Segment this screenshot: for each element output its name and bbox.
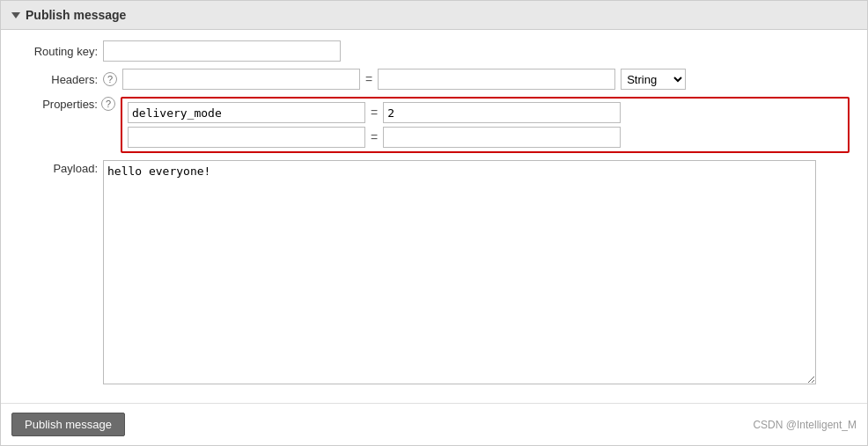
headers-equals: = xyxy=(365,72,372,86)
publish-message-button[interactable]: Publish message xyxy=(11,413,125,436)
headers-help-icon[interactable]: ? xyxy=(103,72,117,86)
headers-type-select[interactable]: String Number Boolean xyxy=(621,69,686,90)
properties-row-2: = xyxy=(128,127,842,148)
properties-help-icon[interactable]: ? xyxy=(101,97,115,111)
collapse-icon[interactable] xyxy=(11,12,20,18)
watermark: CSDN @Intelligent_M xyxy=(753,419,857,431)
publish-message-panel: Publish message Routing key: Headers: ? … xyxy=(0,0,868,446)
properties-row-1: = xyxy=(128,102,842,123)
routing-key-row: Routing key: xyxy=(18,40,850,62)
form-area: Routing key: Headers: ? = String Number … xyxy=(1,30,867,402)
panel-header: Publish message xyxy=(1,1,867,30)
headers-key-input[interactable] xyxy=(122,69,360,90)
routing-key-label: Routing key: xyxy=(18,45,98,58)
properties-value-1-input[interactable] xyxy=(383,102,621,123)
headers-label: Headers: xyxy=(18,73,98,86)
payload-textarea[interactable]: hello everyone! xyxy=(103,160,816,384)
properties-value-2-input[interactable] xyxy=(383,127,621,148)
properties-key-1-input[interactable] xyxy=(128,102,365,123)
panel-title: Publish message xyxy=(26,8,126,22)
properties-label-container: Properties: ? xyxy=(18,97,115,111)
payload-row: Payload: hello everyone! xyxy=(18,160,850,384)
properties-key-2-input[interactable] xyxy=(128,127,365,148)
payload-label: Payload: xyxy=(18,160,98,175)
routing-key-input[interactable] xyxy=(103,40,341,62)
headers-row: Headers: ? = String Number Boolean xyxy=(18,69,850,90)
headers-value-input[interactable] xyxy=(378,69,615,90)
properties-label: Properties: xyxy=(42,98,98,111)
footer: Publish message CSDN @Intelligent_M xyxy=(1,403,867,445)
properties-equals-1: = xyxy=(371,106,378,120)
properties-full-row: Properties: ? = = xyxy=(18,97,850,153)
properties-wrapper: = = xyxy=(121,97,850,153)
properties-equals-2: = xyxy=(371,130,378,144)
